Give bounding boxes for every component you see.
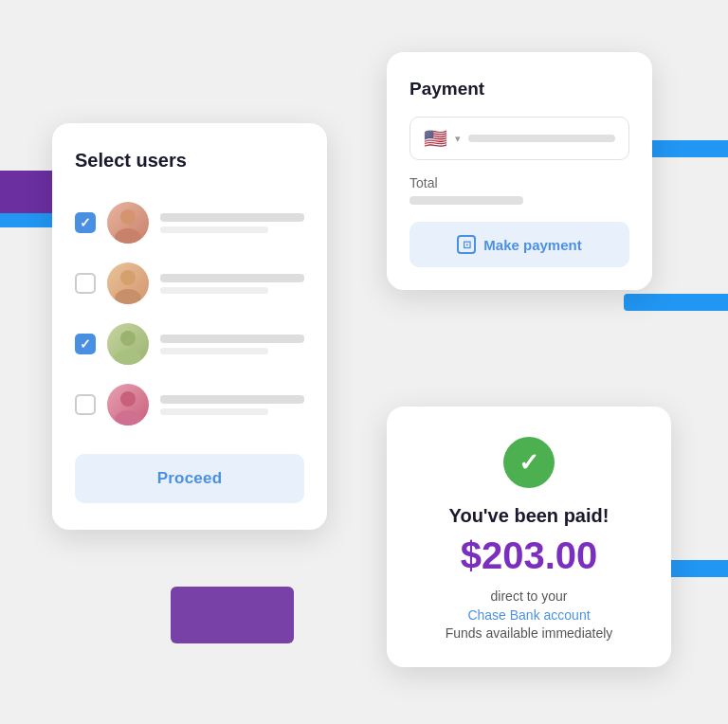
user-2-lines xyxy=(160,274,304,294)
direct-text: direct to your xyxy=(413,588,645,604)
chevron-down-icon: ▾ xyxy=(455,133,461,145)
svg-point-0 xyxy=(120,209,136,225)
make-payment-button[interactable]: ⊡ Make payment xyxy=(410,222,629,267)
svg-point-7 xyxy=(115,410,141,425)
success-card: ✓ You've been paid! $203.00 direct to yo… xyxy=(387,407,671,667)
accent-bar-purple-2 xyxy=(171,587,294,643)
scene: Select users xyxy=(0,0,728,724)
user-4-lines xyxy=(160,395,304,415)
user-1-lines xyxy=(160,213,304,233)
check-icon: ✓ xyxy=(519,448,539,478)
accent-bar-blue-3 xyxy=(624,294,728,311)
total-label: Total xyxy=(410,175,629,190)
user-row xyxy=(75,192,304,253)
payment-title: Payment xyxy=(410,79,629,100)
make-payment-label: Make payment xyxy=(483,237,581,253)
svg-point-5 xyxy=(115,350,141,365)
user-3-lines xyxy=(160,335,304,354)
chase-bank-link[interactable]: Chase Bank account xyxy=(467,607,590,623)
svg-point-6 xyxy=(120,391,136,407)
total-value-placeholder xyxy=(410,196,523,205)
currency-selector[interactable]: 🇺🇸 ▾ xyxy=(410,117,629,160)
select-users-card: Select users xyxy=(52,123,327,530)
user-list xyxy=(75,192,304,435)
checkbox-user-2[interactable] xyxy=(75,273,96,294)
svg-point-2 xyxy=(120,270,136,285)
checkbox-user-1[interactable] xyxy=(75,212,96,233)
select-users-title: Select users xyxy=(75,150,304,172)
checkbox-user-3[interactable] xyxy=(75,334,96,354)
avatar-user-2 xyxy=(107,262,149,304)
paid-title: You've been paid! xyxy=(413,505,645,527)
payment-icon: ⊡ xyxy=(457,235,476,254)
user-row xyxy=(75,314,304,374)
user-row xyxy=(75,253,304,314)
payment-card: Payment 🇺🇸 ▾ Total ⊡ Make payment xyxy=(387,52,652,290)
proceed-button[interactable]: Proceed xyxy=(75,454,304,503)
funds-available-text: Funds available immediately xyxy=(413,625,645,641)
user-row xyxy=(75,374,304,435)
payment-amount: $203.00 xyxy=(413,534,645,577)
avatar-user-4 xyxy=(107,384,149,425)
success-icon: ✓ xyxy=(503,437,555,488)
svg-point-1 xyxy=(115,228,141,244)
currency-line xyxy=(468,135,615,142)
avatar-user-3 xyxy=(107,323,149,365)
flag-icon: 🇺🇸 xyxy=(424,127,447,150)
svg-point-3 xyxy=(115,289,141,304)
svg-point-4 xyxy=(120,331,136,346)
avatar-user-1 xyxy=(107,202,149,244)
checkbox-user-4[interactable] xyxy=(75,394,96,415)
